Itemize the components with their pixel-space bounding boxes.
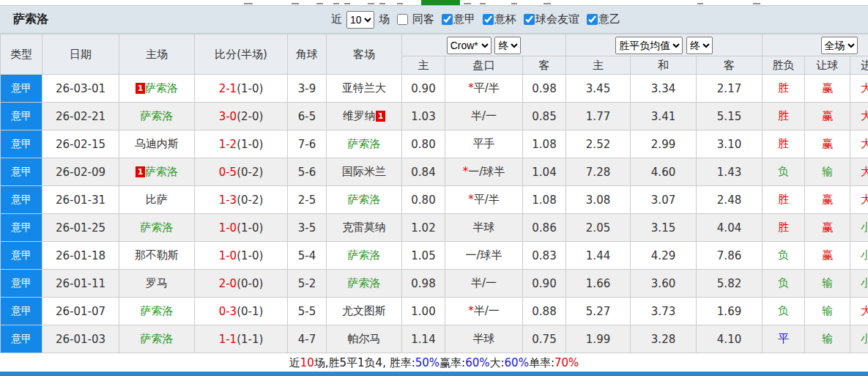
col-header-ah-away: 客 xyxy=(523,56,566,75)
bookmaker-select[interactable]: Crow* xyxy=(447,37,492,54)
handicap-result-cell: 赢 xyxy=(805,75,850,103)
serie-b-checkbox[interactable] xyxy=(587,14,598,25)
summary-segment: 60% xyxy=(465,356,489,369)
league-cell: 意甲 xyxy=(1,270,42,298)
coppa-checkbox[interactable] xyxy=(483,14,494,25)
avg-away-cell: 3.10 xyxy=(697,130,763,158)
league-option-serie-b[interactable]: 意乙 xyxy=(582,12,620,26)
home-team-cell: 萨索洛 xyxy=(119,103,195,130)
match-row: 意甲26-01-11罗马2-0(0-0)5-2萨索洛0.98半/一0.901.6… xyxy=(1,270,868,298)
match-row: 意甲26-01-18那不勒斯1-0(1-0)5-4萨索洛1.05一/球半0.83… xyxy=(1,242,868,270)
ah-state-select[interactable]: 终 xyxy=(494,37,521,54)
match-count-select[interactable]: 10 xyxy=(346,11,374,29)
avg-odds-group-header: 胜平负均值 终 xyxy=(566,34,763,56)
red-card-badge: 1 xyxy=(136,83,145,94)
away-team-cell: 萨索洛 xyxy=(327,130,402,158)
ah-line-cell: *平/半 xyxy=(445,75,523,103)
friendly-checkbox[interactable] xyxy=(524,14,535,25)
goals-cell: 小 xyxy=(850,242,868,270)
bottom-accent-bar xyxy=(0,372,868,376)
avg-away-cell: 7.86 xyxy=(697,242,763,270)
league-option-coppa[interactable]: 意杯 xyxy=(478,12,516,26)
avg-draw-cell: 3.73 xyxy=(631,298,697,325)
ah-home-odds-cell: 0.80 xyxy=(402,130,445,158)
summary-segment: 场,胜5平1负4, 胜率: xyxy=(314,356,415,370)
col-header-avg-draw: 和 xyxy=(631,56,697,75)
odds-state-select[interactable]: 终 xyxy=(686,37,713,54)
match-row: 意甲26-02-091萨索洛0-5(0-2)5-6国际米兰0.84*一/球半1.… xyxy=(1,158,868,186)
odds-type-select[interactable]: 胜平负均值 xyxy=(615,37,683,54)
corner-cell: 5-5 xyxy=(288,298,327,325)
league-option-serie-a[interactable]: 意甲 xyxy=(437,12,475,26)
avg-home-cell: 3.45 xyxy=(566,75,631,103)
summary-segment: 赢率: xyxy=(439,356,465,370)
ah-away-odds-cell: 0.75 xyxy=(523,325,566,353)
summary-segment: 60% xyxy=(505,356,529,369)
handicap-result-cell: 赢 xyxy=(805,214,850,242)
summary-segment: 70% xyxy=(554,356,579,369)
col-header-home: 主场 xyxy=(119,34,195,75)
same-away-checkbox[interactable] xyxy=(397,14,408,25)
match-row: 意甲26-01-25萨索洛1-0(1-0)3-5克雷莫纳1.02半球0.862.… xyxy=(1,214,868,242)
ah-away-odds-cell: 1.08 xyxy=(523,130,566,158)
corner-cell: 3-9 xyxy=(288,75,327,103)
corner-cell: 5-2 xyxy=(288,270,327,298)
ah-line-cell: 半球 xyxy=(445,325,523,353)
ah-line-cell: 半/一 xyxy=(445,103,523,130)
avg-away-cell: 1.69 xyxy=(697,298,763,325)
avg-home-cell: 3.08 xyxy=(566,186,631,214)
col-header-ah-line: 盘口 xyxy=(445,56,523,75)
avg-draw-cell: 3.60 xyxy=(631,270,697,298)
avg-draw-cell: 3.07 xyxy=(631,186,697,214)
corner-cell: 6-5 xyxy=(288,103,327,130)
home-team-cell: 那不勒斯 xyxy=(119,242,195,270)
away-team-cell: 亚特兰大 xyxy=(327,75,402,103)
score-cell: 1-0(1-0) xyxy=(195,242,288,270)
matches-suffix-label: 场 xyxy=(379,12,390,26)
same-away-option[interactable]: 同客 xyxy=(393,12,434,26)
avg-home-cell: 2.05 xyxy=(566,214,631,242)
ah-away-odds-cell: 0.90 xyxy=(523,270,566,298)
scope-select[interactable]: 全场 xyxy=(821,37,858,54)
goals-cell: 大 xyxy=(850,130,868,158)
summary-segment: 50% xyxy=(415,356,439,369)
score-cell: 2-1(1-0) xyxy=(195,75,288,103)
match-row: 意甲26-02-21萨索洛3-0(2-0)6-5维罗纳11.03半/一0.851… xyxy=(1,103,868,130)
score-cell: 1-1(1-1) xyxy=(195,325,288,353)
serie-a-checkbox[interactable] xyxy=(442,14,453,25)
ah-home-odds-cell: 1.05 xyxy=(402,242,445,270)
score-cell: 0-5(0-2) xyxy=(195,158,288,186)
summary-segment: 近 xyxy=(289,356,300,370)
avg-away-cell: 5.82 xyxy=(697,270,763,298)
date-cell: 26-01-31 xyxy=(42,186,119,214)
date-cell: 26-03-01 xyxy=(42,75,119,103)
league-option-friendly[interactable]: 球会友谊 xyxy=(519,12,579,26)
coppa-label: 意杯 xyxy=(494,12,516,26)
handicap-result-cell: 输 xyxy=(805,270,850,298)
corner-cell: 7-6 xyxy=(288,130,327,158)
date-cell: 26-01-25 xyxy=(42,214,119,242)
league-cell: 意甲 xyxy=(1,298,42,325)
matches-table: 类型 日期 主场 比分(半场) 角球 客场 Crow* 终 胜平负均值 终 全场 xyxy=(0,34,868,353)
result-cell: 负 xyxy=(763,158,805,186)
away-team-cell: 萨索洛 xyxy=(327,270,402,298)
match-row: 意甲26-02-15乌迪内斯1-2(1-0)7-6萨索洛0.80平手1.082.… xyxy=(1,130,868,158)
avg-home-cell: 1.99 xyxy=(566,325,631,353)
ah-away-odds-cell: 0.86 xyxy=(523,214,566,242)
goals-cell: 小 xyxy=(850,214,868,242)
ah-home-odds-cell: 1.14 xyxy=(402,325,445,353)
match-row: 意甲26-01-03萨索洛1-1(1-1)4-7帕尔马1.14半球0.751.9… xyxy=(1,325,868,353)
col-header-result: 胜负 xyxy=(763,56,805,75)
score-cell: 1-0(1-0) xyxy=(195,214,288,242)
avg-home-cell: 1.44 xyxy=(566,242,631,270)
away-team-cell: 帕尔马 xyxy=(327,325,402,353)
result-cell: 负 xyxy=(763,270,805,298)
scope-group-header: 全场 xyxy=(763,34,868,56)
league-cell: 意甲 xyxy=(1,242,42,270)
ah-away-odds-cell: 0.98 xyxy=(523,75,566,103)
corner-cell: 5-6 xyxy=(288,158,327,186)
score-cell: 1-3(0-2) xyxy=(195,186,288,214)
home-team-cell: 萨索洛 xyxy=(119,298,195,325)
same-away-label: 同客 xyxy=(412,12,434,26)
corner-cell: 3-5 xyxy=(288,214,327,242)
